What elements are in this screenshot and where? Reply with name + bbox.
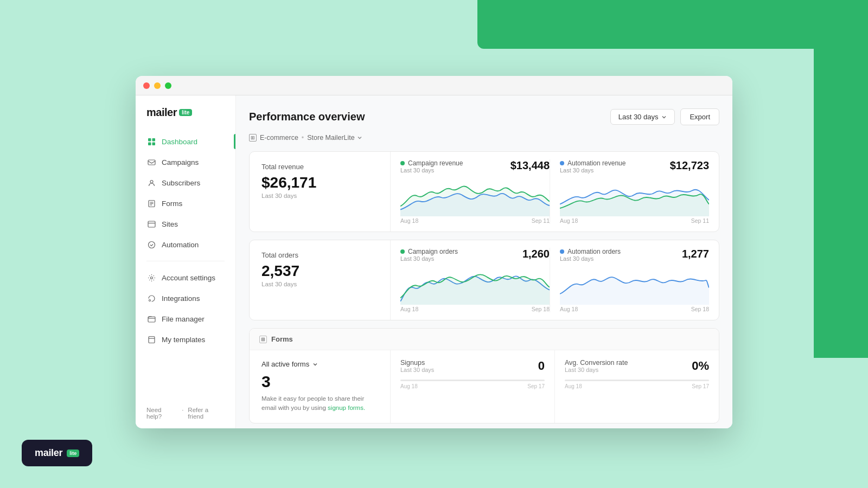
- total-revenue-label: Total revenue: [261, 163, 378, 171]
- campaign-revenue-sub: Last 30 days: [400, 167, 463, 174]
- sidebar-item-account-settings[interactable]: Account settings: [136, 268, 235, 287]
- conversion-date-start: Aug 18: [565, 383, 582, 389]
- sidebar-item-integrations[interactable]: Integrations: [136, 288, 235, 308]
- campaign-revenue-label: Campaign revenue: [408, 159, 463, 167]
- export-button[interactable]: Export: [680, 108, 719, 125]
- sidebar-item-forms-label: Forms: [162, 200, 182, 208]
- total-revenue-value: $26,171: [261, 174, 378, 191]
- breadcrumb-ecommerce: E-commerce: [260, 134, 298, 142]
- sidebar-item-automation[interactable]: Automation: [136, 235, 235, 254]
- campaign-orders-sub: Last 30 days: [400, 255, 458, 262]
- orders-date-start: Aug 18: [400, 306, 418, 312]
- orders-row: Total orders 2,537 Last 30 days Campaign…: [250, 240, 719, 320]
- sidebar-item-automation-label: Automation: [162, 241, 199, 249]
- automation-legend: Automation revenue: [560, 159, 626, 167]
- conversion-progress-bar: [565, 380, 709, 381]
- breadcrumb-separator: •: [302, 134, 304, 142]
- close-dot: [143, 82, 150, 89]
- revenue-chart-svg: [400, 176, 550, 216]
- sidebar-item-campaigns[interactable]: Campaigns: [136, 152, 235, 172]
- conversion-value: 0%: [692, 359, 709, 373]
- orders-section: Total orders 2,537 Last 30 days Campaign…: [249, 240, 719, 320]
- forms-count: 3: [261, 373, 378, 391]
- minimize-dot: [154, 82, 161, 89]
- conversion-sub: Last 30 days: [565, 367, 628, 373]
- auto-ord-date-start: Aug 18: [560, 306, 578, 312]
- conversion-date-end: Sep 17: [692, 383, 709, 389]
- signups-sub: Last 30 days: [400, 367, 434, 373]
- breadcrumb-store[interactable]: Store MailerLite: [307, 134, 362, 142]
- automation-orders-dates: Aug 18 Sep 18: [560, 306, 709, 312]
- date-filter-button[interactable]: Last 30 days: [610, 109, 675, 125]
- svg-point-12: [148, 241, 155, 248]
- forms-dropdown[interactable]: All active forms: [261, 360, 378, 368]
- conversion-header: Avg. Conversion rate Last 30 days 0%: [565, 359, 709, 377]
- forms-section-icon: ⊞: [259, 336, 267, 343]
- sidebar-item-file-manager-label: File manager: [162, 315, 205, 323]
- footer-sep: ·: [182, 407, 183, 420]
- sidebar-item-subscribers[interactable]: Subscribers: [136, 173, 235, 192]
- sidebar-item-campaigns-label: Campaigns: [162, 158, 199, 166]
- main-header: Performance overview Last 30 days Export: [249, 108, 719, 125]
- auto-ord-date-end: Sep 18: [691, 306, 709, 312]
- file-manager-icon: [146, 314, 156, 324]
- blue-dot-2: [560, 249, 564, 254]
- svg-rect-1: [152, 138, 155, 142]
- signup-forms-link[interactable]: signup forms.: [328, 404, 365, 411]
- date-filter-label: Last 30 days: [618, 113, 659, 121]
- nav-items: Dashboard Campaigns: [136, 132, 235, 401]
- campaign-orders-header: Campaign orders Last 30 days 1,260: [400, 248, 550, 262]
- ecommerce-icon: ⊞: [249, 134, 257, 142]
- revenue-row: Total revenue $26,171 Last 30 days Campa…: [250, 152, 719, 232]
- forms-right: Signups Last 30 days 0 Aug 18 Sep 17: [391, 350, 719, 423]
- campaign-legend: Campaign revenue: [400, 159, 463, 167]
- automation-orders-chart-svg: [560, 264, 709, 305]
- main-content: Performance overview Last 30 days Export…: [236, 95, 732, 428]
- campaign-orders-value: 1,260: [522, 248, 550, 260]
- svg-point-13: [150, 277, 152, 279]
- sidebar-item-file-manager[interactable]: File manager: [136, 309, 235, 329]
- chevron-down-icon: [661, 114, 667, 120]
- forms-section: ⊞ Forms All active forms 3 Make it: [249, 328, 719, 423]
- automation-orders-chart: Automation orders Last 30 days 1,277: [550, 248, 709, 312]
- sidebar-item-dashboard[interactable]: Dashboard: [136, 132, 235, 151]
- conversion-dates: Aug 18 Sep 17: [565, 383, 709, 389]
- breadcrumb-store-label: Store MailerLite: [307, 134, 355, 142]
- svg-rect-10: [148, 221, 155, 227]
- sidebar-item-sites[interactable]: Sites: [136, 214, 235, 234]
- sidebar-item-subscribers-label: Subscribers: [162, 179, 200, 187]
- revenue-chart-dates: Aug 18 Sep 11: [400, 217, 550, 224]
- signups-date-end: Sep 17: [527, 383, 545, 389]
- forms-row: All active forms 3 Make it easy for peop…: [250, 350, 719, 423]
- maximize-dot: [165, 82, 171, 89]
- automation-revenue-label: Automation revenue: [567, 159, 626, 167]
- sidebar-item-account-settings-label: Account settings: [162, 274, 215, 282]
- sidebar-item-forms[interactable]: Forms: [136, 194, 235, 213]
- forms-section-title: Forms: [271, 335, 293, 343]
- svg-rect-2: [148, 142, 151, 145]
- sidebar-item-my-templates[interactable]: My templates: [136, 330, 235, 349]
- header-actions: Last 30 days Export: [610, 108, 719, 125]
- signups-progress-bar: [400, 380, 545, 381]
- orders-chart-dates: Aug 18 Sep 18: [400, 306, 550, 312]
- deco-right: [814, 0, 868, 358]
- integrations-icon: [146, 293, 156, 303]
- conversion-label: Avg. Conversion rate: [565, 359, 628, 367]
- revenue-charts: Campaign revenue Last 30 days $13,448: [391, 152, 719, 232]
- revenue-section: Total revenue $26,171 Last 30 days Campa…: [249, 151, 719, 232]
- app-window: mailer lite Dashboard: [136, 76, 732, 428]
- green-dot-2: [400, 249, 405, 254]
- green-dot: [400, 161, 405, 165]
- auto-rev-date-start: Aug 18: [560, 217, 578, 224]
- chevron-icon: [312, 362, 318, 367]
- help-link[interactable]: Need help?: [146, 407, 177, 420]
- revenue-date-start: Aug 18: [400, 217, 418, 224]
- svg-point-5: [150, 180, 153, 183]
- refer-link[interactable]: Refer a friend: [188, 407, 225, 420]
- sites-icon: [146, 219, 156, 229]
- nav-divider: [146, 261, 225, 261]
- signups-header: Signups Last 30 days 0: [400, 359, 545, 377]
- svg-point-14: [149, 299, 150, 301]
- breadcrumb: ⊞ E-commerce • Store MailerLite: [249, 134, 719, 142]
- bottom-badge-text: mailer: [35, 447, 62, 459]
